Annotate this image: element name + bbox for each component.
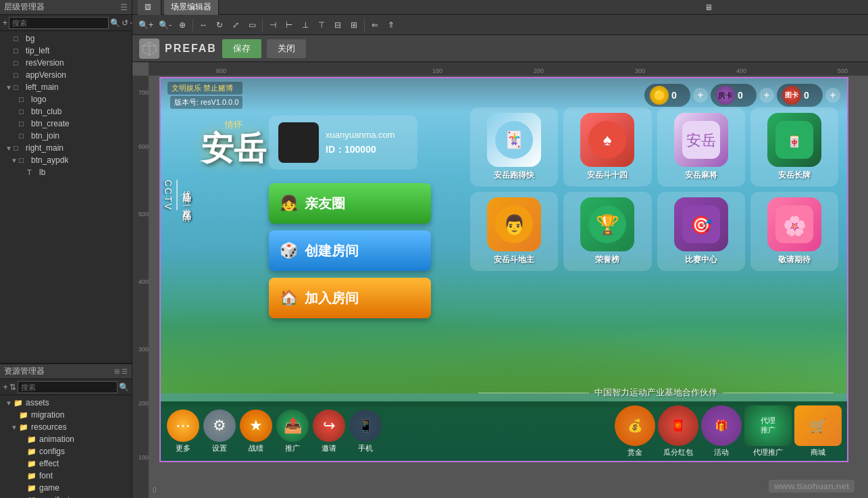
tree-item-btn-aypdk[interactable]: ▼ □ btn_aypdk: [0, 154, 132, 166]
prefab-title: PREFAB: [165, 43, 217, 55]
bottom-btn-activity[interactable]: 🎁 活动: [701, 405, 742, 457]
tree-item-lb[interactable]: T lb: [0, 166, 132, 178]
tree-item-logo[interactable]: □ logo: [0, 93, 132, 105]
bottom-btn-settings[interactable]: ⚙ 设置: [203, 409, 236, 453]
settings-icon: ⚙: [203, 409, 236, 442]
rotate-tool-btn[interactable]: ↻: [212, 18, 227, 32]
move-tool-btn[interactable]: ↔: [196, 18, 211, 32]
align-center-btn[interactable]: ⊢: [282, 18, 297, 32]
res-label-resources: resources: [31, 422, 67, 432]
ruler-mark-700: 700: [138, 89, 149, 96]
scale-tool-btn[interactable]: ⤢: [228, 18, 243, 32]
ruler-mark-200: 200: [534, 68, 544, 74]
tree-label-btnjoin: btn_join: [31, 131, 59, 141]
tree-item-left-main[interactable]: ▼ □ left_main: [0, 81, 132, 93]
ruler-mark-300v: 300: [138, 346, 149, 353]
node-icon-btnaypdk: □: [19, 156, 30, 164]
layer-search-btn[interactable]: 🔍: [110, 17, 120, 29]
bottom-btn-more[interactable]: ⋯ 更多: [166, 409, 200, 453]
res-item-game[interactable]: 📁 game: [0, 482, 132, 494]
game-item-bisai[interactable]: 🎯 比赛中心: [657, 192, 745, 271]
bottom-btn-invite[interactable]: ↪ 邀请: [312, 409, 346, 453]
resource-manager-title: 资源管理器: [4, 366, 45, 377]
game-item-paodekuai[interactable]: 🃏 安岳跑得快: [470, 107, 558, 186]
screen-btn[interactable]: 🖥: [701, 0, 716, 15]
zoom-in-btn[interactable]: 🔍+: [136, 18, 155, 32]
watermark: www.tiaohuan.net: [769, 480, 854, 493]
star-add-btn[interactable]: +: [825, 88, 840, 103]
bottom-btn-redbag[interactable]: 🧧 瓜分红包: [658, 405, 698, 457]
bottom-btn-agent[interactable]: 代理推广 代理推广: [744, 405, 792, 457]
align-middle-btn[interactable]: ⊟: [330, 18, 345, 32]
phone-icon: 📱: [349, 409, 382, 442]
resource-sort-btn[interactable]: ⇅: [9, 381, 16, 393]
game-grid: 🃏 安岳跑得快 ♠ 安岳斗十四 安岳 安岳麻将: [465, 102, 844, 276]
game-item-shisisi[interactable]: ♠ 安岳斗十四: [563, 107, 651, 186]
tree-item-btn-join[interactable]: □ btn_join: [0, 130, 132, 142]
folder-icon-effect: 📁: [27, 459, 38, 468]
align-bottom-btn[interactable]: ⊞: [347, 18, 361, 32]
resource-tree: ▼ 📁 assets 📁 migration ▼ 📁 resources 📁 a…: [0, 395, 132, 498]
tree-item-tip-left[interactable]: □ tip_left: [0, 45, 132, 57]
res-item-animation[interactable]: 📁 animation: [0, 433, 132, 445]
prefab-save-button[interactable]: 保存: [222, 39, 261, 58]
bonus-icon: 💰: [615, 405, 655, 446]
distribute-v-btn[interactable]: ⇑: [384, 18, 399, 32]
layer-search-input[interactable]: [9, 17, 109, 29]
btn-qinyouquan[interactable]: 👧 亲友圈: [269, 183, 431, 224]
align-left-btn[interactable]: ⊣: [265, 18, 280, 32]
game-name-changpai: 安岳长牌: [778, 170, 811, 181]
resource-add-btn[interactable]: +: [3, 381, 8, 393]
game-item-dizhu[interactable]: 👨 安岳斗地主: [470, 192, 558, 271]
tree-item-bg[interactable]: □ bg: [0, 32, 132, 45]
zoom-reset-btn[interactable]: ⊕: [175, 18, 190, 32]
zoom-out-btn[interactable]: 🔍-: [157, 18, 174, 32]
node-icon-logo: □: [19, 95, 30, 103]
resource-manager-header: 资源管理器 ⊞ ☰: [0, 364, 132, 379]
resource-search-btn[interactable]: 🔍: [119, 381, 129, 393]
bottom-btn-achievement[interactable]: ★ 战绩: [239, 409, 273, 453]
scene-canvas[interactable]: 800 100 200 300 400 500 700 600 500 400 …: [132, 62, 868, 498]
ruler-left: 700 600 500 400 300 200 100 0: [132, 76, 149, 498]
prefab-close-button[interactable]: 关闭: [267, 39, 306, 58]
res-item-resources[interactable]: ▼ 📁 resources: [0, 421, 132, 433]
game-item-majiang[interactable]: 安岳 安岳麻将: [657, 107, 745, 186]
shop-label: 商城: [811, 447, 825, 457]
rect-tool-btn[interactable]: ▭: [245, 18, 259, 32]
scene-tab-editor[interactable]: 场景编辑器: [164, 0, 219, 15]
bottom-btn-phone[interactable]: 📱 手机: [349, 409, 382, 453]
bottom-btn-shop[interactable]: 🛒 商城: [794, 405, 842, 457]
align-right-btn[interactable]: ⊥: [298, 18, 313, 32]
tree-item-btn-create[interactable]: □ btn_create: [0, 118, 132, 130]
distribute-h-btn[interactable]: ⇐: [367, 18, 382, 32]
res-item-effect[interactable]: 📁 effect: [0, 457, 132, 470]
res-item-font[interactable]: 📁 font: [0, 470, 132, 482]
res-item-manifest[interactable]: 📁 manifest: [0, 494, 132, 498]
res-item-migration[interactable]: 📁 migration: [0, 409, 132, 421]
bottom-btn-bonus[interactable]: 💰 赏金: [615, 405, 655, 457]
res-label-font: font: [39, 471, 53, 480]
btn-chuangjian[interactable]: 🎲 创建房间: [269, 230, 431, 271]
gold-add-btn[interactable]: +: [693, 88, 708, 103]
res-item-assets[interactable]: ▼ 📁 assets: [0, 397, 132, 409]
game-item-rongyu[interactable]: 🏆 荣誉榜: [563, 192, 651, 271]
btn-jiaru[interactable]: 🏠 加入房间: [269, 278, 431, 318]
resource-search-input[interactable]: [18, 381, 118, 393]
add-node-btn[interactable]: +: [3, 17, 7, 29]
redbag-icon: 🧧: [658, 405, 698, 446]
qinyouquan-icon: 👧: [280, 195, 298, 212]
tree-item-appversion[interactable]: □ appVersion: [0, 69, 132, 81]
align-top-btn[interactable]: ⊤: [314, 18, 329, 32]
card-add-btn[interactable]: +: [759, 88, 774, 103]
game-item-changpai[interactable]: 🀄 安岳长牌: [750, 107, 838, 186]
game-item-qingqi[interactable]: 🌸 敬请期待: [750, 192, 838, 271]
thumb-landlord: 👨: [487, 197, 541, 251]
tree-item-resversion[interactable]: □ resVersion: [0, 57, 132, 69]
node-icon-btncreate: □: [19, 120, 30, 128]
res-item-configs[interactable]: 📁 configs: [0, 445, 132, 457]
layer-refresh-btn[interactable]: ↺: [122, 17, 128, 29]
bottom-btn-spread[interactable]: 📤 推广: [276, 409, 309, 453]
tree-item-right-main[interactable]: ▼ □ right_main: [0, 142, 132, 154]
tree-label-btnclub: btn_club: [31, 107, 61, 116]
tree-item-btn-club[interactable]: □ btn_club: [0, 105, 132, 118]
